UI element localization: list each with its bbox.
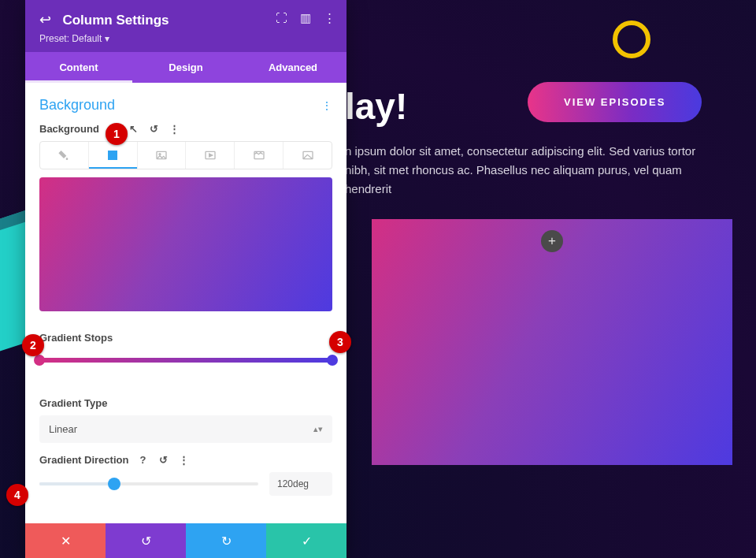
annotation-2: 2: [22, 334, 44, 356]
section-more-icon[interactable]: ⋮: [321, 99, 332, 112]
panel-more-icon[interactable]: ⋮: [324, 11, 335, 25]
gradient-direction-input[interactable]: 120deg: [269, 472, 332, 496]
body-text: n ipsum dolor sit amet, consectetur adip…: [345, 142, 723, 199]
annotation-3: 3: [329, 331, 351, 353]
chevron-updown-icon: ▴▾: [313, 424, 323, 434]
add-module-button[interactable]: +: [541, 230, 563, 252]
expand-icon[interactable]: ⛶: [276, 11, 287, 25]
gradient-type-select[interactable]: Linear ▴▾: [39, 415, 332, 443]
save-button[interactable]: ✓: [266, 523, 346, 558]
bg-type-mask[interactable]: [284, 142, 332, 169]
panel-body: Background ⋮ Background ▢ ↖ ↺ ⋮: [25, 83, 346, 518]
column-settings-panel: ↩ Column Settings ⛶ ▥ ⋮ Preset: Default▾…: [25, 0, 346, 558]
pattern-icon: [253, 149, 265, 162]
tab-content[interactable]: Content: [25, 52, 132, 83]
gradient-direction-field: Gradient Direction ? ↺ ⋮ 120deg: [39, 454, 332, 496]
gradient-stops-label: Gradient Stops: [39, 332, 332, 344]
gradient-stop-end[interactable]: [327, 355, 338, 366]
background-type-tabs: [39, 141, 332, 169]
bg-more-icon[interactable]: ⋮: [169, 123, 181, 135]
column-preview[interactable]: +: [372, 219, 732, 465]
gradient-type-field: Gradient Type Linear ▴▾: [39, 397, 332, 443]
redo-button[interactable]: ↻: [186, 523, 266, 558]
bg-type-gradient[interactable]: [89, 142, 138, 169]
gradient-stops-field: Gradient Stops: [39, 332, 332, 363]
tab-design[interactable]: Design: [132, 52, 239, 83]
back-icon[interactable]: ↩: [39, 12, 51, 28]
close-button[interactable]: ✕: [25, 523, 106, 558]
panel-title: Column Settings: [62, 13, 169, 28]
background-label: Background: [39, 123, 99, 135]
gradient-preview: [39, 177, 332, 311]
video-icon: [204, 149, 217, 162]
gradient-icon: [106, 149, 119, 162]
bg-hover-icon[interactable]: ↖: [128, 123, 140, 135]
gradient-type-label: Gradient Type: [39, 397, 107, 409]
tab-advanced[interactable]: Advanced: [239, 52, 346, 83]
annotation-1: 1: [106, 123, 128, 145]
bg-type-video[interactable]: [186, 142, 235, 169]
image-icon: [155, 149, 168, 162]
gradient-type-value: Linear: [49, 423, 77, 435]
view-episodes-button[interactable]: VIEW EPISODES: [528, 82, 702, 122]
section-title-background[interactable]: Background: [39, 97, 115, 113]
slider-knob[interactable]: [108, 478, 120, 490]
preset-label: Preset: Default: [39, 33, 102, 44]
mask-icon: [302, 149, 314, 162]
dir-more-icon[interactable]: ⋮: [177, 454, 190, 466]
bg-type-color[interactable]: [40, 142, 89, 169]
dir-reset-icon[interactable]: ↺: [157, 454, 169, 466]
undo-button[interactable]: ↺: [106, 523, 186, 558]
headline-fragment: lay!: [345, 85, 407, 128]
dir-help-icon[interactable]: ?: [136, 454, 149, 466]
panel-header: ↩ Column Settings ⛶ ▥ ⋮ Preset: Default▾: [25, 0, 346, 52]
gradient-direction-slider[interactable]: [39, 482, 258, 485]
gradient-direction-label: Gradient Direction: [39, 454, 128, 466]
background-field: Background ▢ ↖ ↺ ⋮: [39, 123, 332, 311]
caret-down-icon: ▾: [105, 33, 109, 44]
panel-footer: ✕ ↺ ↻ ✓: [25, 523, 346, 558]
panel-tabs: Content Design Advanced: [25, 52, 346, 83]
slider-fill: [39, 482, 114, 485]
gradient-stop-start[interactable]: [34, 355, 45, 366]
bg-type-pattern[interactable]: [235, 142, 284, 169]
svg-point-1: [159, 154, 161, 155]
responsive-icon[interactable]: ▥: [300, 11, 311, 25]
preset-dropdown[interactable]: Preset: Default▾: [39, 33, 332, 44]
paint-icon: [57, 149, 70, 162]
annotation-4: 4: [6, 484, 28, 506]
bg-reset-icon[interactable]: ↺: [148, 123, 161, 135]
gradient-stops-track[interactable]: [39, 358, 332, 363]
decor-ring-icon: [613, 20, 650, 58]
bg-type-image[interactable]: [138, 142, 187, 169]
